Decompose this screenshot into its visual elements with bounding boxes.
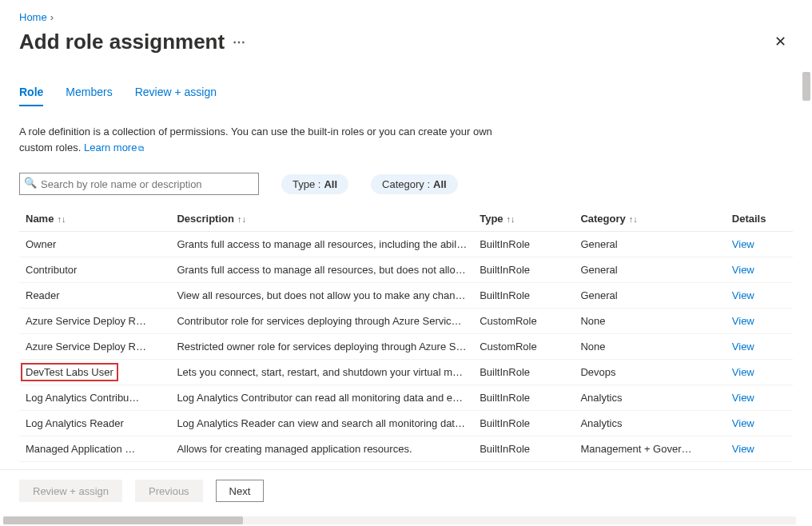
- tabs: Role Members Review + assign: [19, 81, 793, 106]
- cell-name[interactable]: Azure Service Deploy R…: [19, 334, 170, 360]
- table-row[interactable]: Azure Service Deploy R…Contributor role …: [19, 309, 793, 334]
- cell-description: Log Analytics Reader can view and search…: [170, 411, 473, 436]
- cell-description: Contributor role for services deploying …: [170, 309, 473, 334]
- breadcrumb-home[interactable]: Home: [19, 11, 47, 23]
- filter-type-value: All: [324, 178, 337, 190]
- search-input[interactable]: [19, 173, 259, 195]
- cell-category: Devops: [574, 360, 725, 385]
- page-title: Add role assignment ⋯: [19, 30, 247, 54]
- view-link: View: [732, 417, 754, 429]
- cell-name[interactable]: Owner: [19, 232, 170, 257]
- tab-role[interactable]: Role: [19, 81, 43, 106]
- col-category[interactable]: Category↑↓: [574, 206, 725, 232]
- cell-details[interactable]: View: [726, 283, 793, 309]
- table-row[interactable]: OwnerGrants full access to manage all re…: [19, 232, 793, 257]
- scrollbar-vertical[interactable]: [802, 72, 810, 101]
- table-row[interactable]: Log Analytics Contribu…Log Analytics Con…: [19, 385, 793, 411]
- cell-type: BuiltInRole: [473, 283, 574, 309]
- cell-name[interactable]: DevTest Labs User: [19, 360, 170, 385]
- review-assign-button: Review + assign: [19, 480, 122, 502]
- cell-details[interactable]: View: [726, 436, 793, 462]
- cell-type: CustomRole: [473, 334, 574, 360]
- filter-category[interactable]: Category : All: [371, 174, 458, 194]
- table-row[interactable]: Log Analytics ReaderLog Analytics Reader…: [19, 411, 793, 436]
- view-link: View: [732, 443, 754, 455]
- next-button[interactable]: Next: [216, 480, 265, 502]
- roles-table: Name↑↓ Description↑↓ Type↑↓ Category↑↓ D…: [19, 206, 793, 462]
- cell-type: BuiltInRole: [473, 232, 574, 257]
- breadcrumb: Home ›: [19, 10, 793, 28]
- cell-category: Analytics: [574, 411, 725, 436]
- tab-members[interactable]: Members: [66, 81, 112, 106]
- table-header-row: Name↑↓ Description↑↓ Type↑↓ Category↑↓ D…: [19, 206, 793, 232]
- sort-icon: ↑↓: [237, 215, 246, 224]
- filter-type[interactable]: Type : All: [281, 174, 348, 194]
- footer-actions: Review + assign Previous Next: [0, 469, 812, 512]
- cell-name[interactable]: Managed Application …: [19, 436, 170, 462]
- cell-description: Lets you connect, start, restart, and sh…: [170, 360, 473, 385]
- cell-description: Allows for creating managed application …: [170, 436, 473, 462]
- cell-category: Management + Gover…: [574, 436, 725, 462]
- cell-description: Restricted owner role for services deplo…: [170, 334, 473, 360]
- filter-category-label: Category :: [382, 178, 430, 190]
- col-description[interactable]: Description↑↓: [170, 206, 473, 232]
- filters-row: 🔍 Type : All Category : All: [19, 173, 793, 195]
- cell-category: Analytics: [574, 385, 725, 411]
- view-link: View: [732, 289, 754, 301]
- sort-icon: ↑↓: [507, 215, 515, 224]
- cell-name[interactable]: Azure Service Deploy R…: [19, 309, 170, 334]
- cell-name[interactable]: Reader: [19, 283, 170, 309]
- cell-type: BuiltInRole: [473, 257, 574, 283]
- cell-category: None: [574, 309, 725, 334]
- table-row[interactable]: ContributorGrants full access to manage …: [19, 257, 793, 283]
- close-icon[interactable]: ✕: [768, 28, 793, 55]
- cell-description: View all resources, but does not allow y…: [170, 283, 473, 309]
- table-row[interactable]: Managed Application …Allows for creating…: [19, 436, 793, 462]
- cell-description: Grants full access to manage all resourc…: [170, 257, 473, 283]
- cell-type: CustomRole: [473, 309, 574, 334]
- more-icon[interactable]: ⋯: [233, 34, 247, 50]
- cell-details[interactable]: View: [726, 232, 793, 257]
- cell-category: None: [574, 334, 725, 360]
- cell-type: BuiltInRole: [473, 385, 574, 411]
- view-link: View: [732, 238, 754, 250]
- cell-details[interactable]: View: [726, 257, 793, 283]
- cell-name[interactable]: Contributor: [19, 257, 170, 283]
- search-icon: 🔍: [24, 177, 37, 189]
- page-title-text: Add role assignment: [19, 30, 225, 54]
- table-row[interactable]: Azure Service Deploy R…Restricted owner …: [19, 334, 793, 360]
- sort-icon: ↑↓: [57, 215, 66, 224]
- view-link: View: [732, 392, 754, 404]
- col-type[interactable]: Type↑↓: [473, 206, 574, 232]
- cell-details[interactable]: View: [726, 411, 793, 436]
- cell-details[interactable]: View: [726, 385, 793, 411]
- table-row[interactable]: ReaderView all resources, but does not a…: [19, 283, 793, 309]
- filter-type-label: Type :: [293, 178, 320, 190]
- cell-details[interactable]: View: [726, 309, 793, 334]
- cell-description: Log Analytics Contributor can read all m…: [170, 385, 473, 411]
- scrollbar-horizontal[interactable]: [3, 516, 796, 524]
- cell-category: General: [574, 232, 725, 257]
- search-box: 🔍: [19, 173, 259, 195]
- cell-details[interactable]: View: [726, 334, 793, 360]
- cell-type: BuiltInRole: [473, 436, 574, 462]
- previous-button: Previous: [135, 480, 203, 502]
- view-link: View: [732, 315, 754, 327]
- view-link: View: [732, 366, 754, 378]
- col-name[interactable]: Name↑↓: [19, 206, 170, 232]
- tab-review[interactable]: Review + assign: [135, 81, 217, 106]
- col-details: Details: [726, 206, 793, 232]
- cell-name[interactable]: Log Analytics Reader: [19, 411, 170, 436]
- view-link: View: [732, 341, 754, 353]
- cell-type: BuiltInRole: [473, 411, 574, 436]
- cell-category: General: [574, 257, 725, 283]
- cell-description: Grants full access to manage all resourc…: [170, 232, 473, 257]
- learn-more-link[interactable]: Learn more⧉: [84, 141, 144, 153]
- cell-name[interactable]: Log Analytics Contribu…: [19, 385, 170, 411]
- description-text: A role definition is a collection of per…: [19, 124, 515, 155]
- page-root: Home › Add role assignment ⋯ ✕ Role Memb…: [0, 0, 812, 526]
- cell-type: BuiltInRole: [473, 360, 574, 385]
- cell-details[interactable]: View: [726, 360, 793, 385]
- table-row[interactable]: DevTest Labs UserLets you connect, start…: [19, 360, 793, 385]
- cell-category: General: [574, 283, 725, 309]
